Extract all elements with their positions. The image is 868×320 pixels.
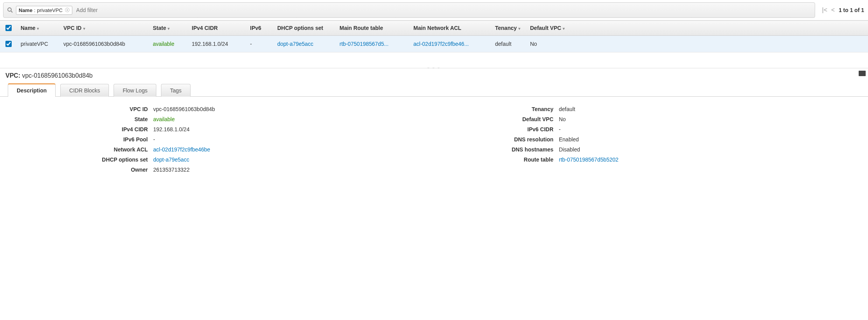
label-ipv6-pool: IPv6 Pool (31, 136, 148, 143)
cell-ipv4: 192.168.1.0/24 (188, 36, 246, 52)
label-default-vpc: Default VPC (437, 116, 553, 122)
value-dns-resolution: Enabled (559, 136, 837, 143)
search-icon (7, 7, 14, 14)
label-state: State (31, 116, 148, 122)
row-checkbox[interactable] (5, 41, 12, 47)
detail-tabs: Description CIDR Blocks Flow Logs Tags (0, 83, 868, 97)
filter-chip-label: Name (19, 7, 32, 13)
sort-caret-icon: ▾ (168, 26, 170, 31)
label-dhcp-options: DHCP options set (31, 157, 148, 163)
filter-chip-separator: : (34, 7, 35, 13)
col-main-rt[interactable]: Main Route table (336, 21, 410, 36)
vpc-table: Name▾ VPC ID▾ State▾ IPv4 CIDR IPv6 DHCP… (0, 20, 868, 52)
filter-bar[interactable]: Name : privateVPC ⓧ (3, 2, 815, 18)
filter-chip-remove-icon[interactable]: ⓧ (65, 7, 70, 14)
cell-default-vpc: No (526, 36, 868, 52)
tab-tags[interactable]: Tags (161, 84, 191, 97)
sort-caret-icon: ▾ (563, 26, 565, 31)
cell-dhcp-link[interactable]: dopt-a79e5acc (273, 36, 336, 52)
page-prev-icon[interactable]: < (831, 7, 835, 14)
col-main-acl[interactable]: Main Network ACL (410, 21, 491, 36)
splitter-handle-icon[interactable]: ○ ○ ○ (427, 66, 441, 70)
svg-line-1 (11, 11, 12, 12)
label-dns-hostnames: DNS hostnames (437, 146, 553, 153)
filter-chip-value: privateVPC (37, 7, 63, 13)
col-default-vpc[interactable]: Default VPC▾ (526, 21, 868, 36)
sort-caret-icon: ▾ (37, 26, 39, 31)
select-all-checkbox[interactable] (5, 25, 12, 31)
col-vpc-id[interactable]: VPC ID▾ (60, 21, 149, 36)
value-ipv6-cidr: - (559, 126, 837, 132)
cell-tenancy: default (491, 36, 526, 52)
value-dns-hostnames: Disabled (559, 146, 837, 153)
col-tenancy[interactable]: Tenancy▾ (491, 21, 526, 36)
tab-cidr-blocks[interactable]: CIDR Blocks (60, 84, 109, 97)
table-row[interactable]: privateVPC vpc-01685961063b0d84b availab… (0, 36, 868, 52)
value-state: available (153, 116, 431, 122)
label-network-acl: Network ACL (31, 146, 148, 153)
col-state[interactable]: State▾ (149, 21, 188, 36)
page-count: 1 to 1 of 1 (839, 7, 864, 13)
label-tenancy: Tenancy (437, 106, 553, 112)
cell-name: privateVPC (17, 36, 60, 52)
label-ipv4-cidr: IPv4 CIDR (31, 126, 148, 132)
label-owner: Owner (31, 167, 148, 173)
value-dhcp-options-link[interactable]: dopt-a79e5acc (153, 157, 431, 163)
label-route-table: Route table (437, 157, 553, 163)
label-ipv6-cidr: IPv6 CIDR (437, 126, 553, 132)
col-ipv6[interactable]: IPv6 (246, 21, 273, 36)
value-route-table-link[interactable]: rtb-0750198567d5b5202 (559, 157, 837, 163)
col-dhcp[interactable]: DHCP options set (273, 21, 336, 36)
pager: |< < 1 to 1 of 1 (818, 7, 868, 14)
sort-caret-icon: ▾ (518, 26, 520, 31)
col-name[interactable]: Name▾ (17, 21, 60, 36)
cell-main-acl-link[interactable]: acl-02d197f2c9fbe46... (410, 36, 491, 52)
sort-caret-icon: ▾ (83, 26, 85, 31)
description-panel: VPC ID vpc-01685961063b0d84b Tenancy def… (0, 97, 868, 182)
collapse-detail-icon[interactable] (859, 71, 866, 76)
detail-title-id: vpc-01685961063b0d84b (22, 72, 93, 79)
label-dns-resolution: DNS resolution (437, 136, 553, 143)
value-ipv6-pool: - (153, 136, 431, 143)
svg-point-0 (8, 8, 11, 11)
cell-state: available (149, 36, 188, 52)
value-tenancy: default (559, 106, 837, 112)
label-vpc-id: VPC ID (31, 106, 148, 112)
cell-ipv6: - (246, 36, 273, 52)
tab-flow-logs[interactable]: Flow Logs (114, 84, 156, 97)
tab-description[interactable]: Description (8, 83, 56, 97)
detail-pane-splitter[interactable]: ○ ○ ○ (0, 68, 868, 68)
page-first-icon[interactable]: |< (822, 7, 828, 14)
table-header-row: Name▾ VPC ID▾ State▾ IPv4 CIDR IPv6 DHCP… (0, 21, 868, 36)
value-network-acl-link[interactable]: acl-02d197f2c9fbe46be (153, 146, 431, 153)
cell-main-rt-link[interactable]: rtb-0750198567d5... (336, 36, 410, 52)
detail-title-prefix: VPC: (5, 72, 20, 79)
value-owner: 261353713322 (153, 167, 431, 173)
add-filter-input[interactable] (75, 5, 812, 16)
detail-title: VPC: vpc-01685961063b0d84b (0, 68, 868, 83)
filter-chip-name[interactable]: Name : privateVPC ⓧ (16, 6, 72, 15)
cell-vpc-id: vpc-01685961063b0d84b (60, 36, 149, 52)
value-ipv4-cidr: 192.168.1.0/24 (153, 126, 431, 132)
value-vpc-id: vpc-01685961063b0d84b (153, 106, 431, 112)
col-ipv4[interactable]: IPv4 CIDR (188, 21, 246, 36)
value-default-vpc: No (559, 116, 837, 122)
